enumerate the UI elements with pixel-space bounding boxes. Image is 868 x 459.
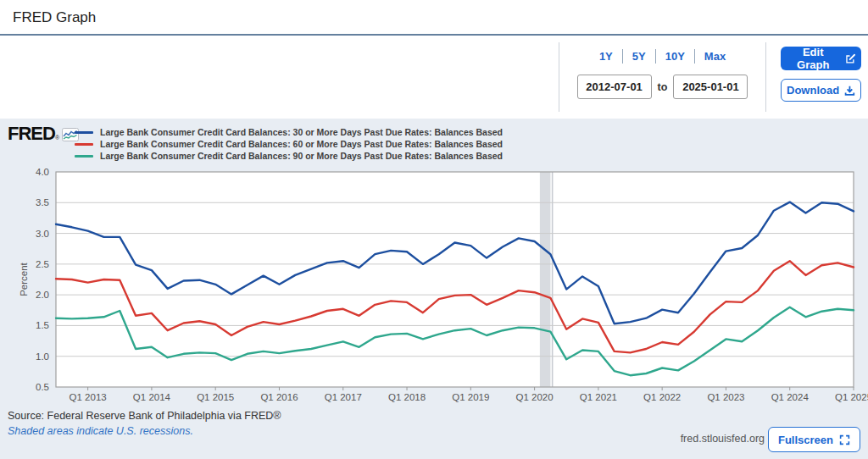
edit-graph-label: Edit Graph [786, 46, 840, 71]
range-10y[interactable]: 10Y [665, 50, 685, 63]
y-tick-label: 4.0 [36, 167, 49, 177]
fred-graph-page: FRED Graph 1Y5Y10YMax to Edit Graph Down… [0, 0, 868, 459]
range-max[interactable]: Max [704, 50, 726, 63]
end-date-input[interactable] [673, 75, 748, 99]
legend-label[interactable]: Large Bank Consumer Credit Card Balances… [100, 127, 503, 137]
range-separator [694, 49, 695, 64]
x-tick-label: Q1 2022 [643, 392, 681, 402]
chart-svg[interactable]: 4.03.53.02.52.01.51.00.5Q1 2013Q1 2014Q1… [0, 161, 868, 408]
x-tick-label: Q1 2018 [388, 392, 426, 402]
legend-swatch [75, 131, 93, 134]
y-tick-label: 1.5 [36, 320, 49, 330]
x-tick-label: Q1 2015 [197, 392, 234, 402]
page-title: FRED Graph [0, 0, 868, 26]
source-note: Source: Federal Reserve Bank of Philadel… [8, 410, 281, 422]
x-tick-label: Q1 2013 [70, 392, 107, 402]
date-to-label: to [658, 81, 668, 93]
graph-buttons: Edit Graph Download [781, 47, 861, 102]
fred-logo-text: FRED [8, 124, 55, 143]
range-5y[interactable]: 5Y [632, 50, 646, 63]
download-icon [844, 85, 855, 97]
range-and-dates: 1Y5Y10YMax to [560, 36, 765, 99]
fullscreen-label: Fullscreen [778, 434, 833, 446]
registered-mark: ® [55, 135, 59, 141]
x-tick-label: Q1 2020 [516, 392, 554, 402]
range-selector: 1Y5Y10YMax [560, 49, 765, 64]
legend-item: Large Bank Consumer Credit Card Balances… [75, 151, 503, 161]
graph-controls: 1Y5Y10YMax to Edit Graph Download [0, 36, 868, 119]
y-tick-label: 2.5 [36, 259, 49, 269]
x-tick-label: Q1 2023 [707, 392, 744, 402]
download-button[interactable]: Download [781, 79, 861, 102]
x-tick-label: Q1 2019 [452, 392, 489, 402]
fullscreen-button[interactable]: Fullscreen [768, 427, 860, 452]
x-tick-label: Q1 2017 [325, 392, 362, 402]
y-tick-label: 2.0 [36, 290, 49, 300]
site-url: fred.stlouisfed.org [681, 433, 765, 445]
legend-label[interactable]: Large Bank Consumer Credit Card Balances… [100, 151, 503, 161]
recession-note-link[interactable]: Shaded areas indicate U.S. recessions. [8, 425, 193, 437]
y-tick-label: 1.0 [36, 351, 49, 362]
range-separator [622, 49, 623, 64]
start-date-input[interactable] [577, 75, 652, 99]
recession-band [540, 172, 551, 387]
legend-item: Large Bank Consumer Credit Card Balances… [75, 127, 503, 137]
range-1y[interactable]: 1Y [599, 50, 613, 63]
divider-right [765, 42, 766, 112]
edit-icon [845, 53, 856, 64]
x-tick-label: Q1 2021 [580, 392, 617, 402]
y-axis-title: Percent [19, 262, 29, 296]
edit-graph-button[interactable]: Edit Graph [781, 47, 861, 70]
fred-logo[interactable]: FRED ® [8, 124, 79, 143]
x-tick-label: Q1 2014 [133, 392, 171, 402]
legend-swatch [75, 143, 93, 146]
y-tick-label: 3.5 [36, 197, 49, 207]
chart-widget: FRED ® Large Bank Consumer Credit Card B… [0, 119, 868, 459]
y-tick-label: 3.0 [36, 229, 49, 239]
legend-label[interactable]: Large Bank Consumer Credit Card Balances… [100, 139, 503, 149]
legend: Large Bank Consumer Credit Card Balances… [75, 127, 503, 161]
fullscreen-icon [839, 434, 850, 445]
legend-swatch [75, 155, 93, 158]
x-tick-label: Q1 2024 [771, 392, 810, 402]
divider-left [559, 42, 559, 112]
x-tick-label: Q1 2025 [835, 392, 868, 402]
range-separator [655, 49, 656, 64]
page-header: FRED Graph [0, 0, 868, 36]
x-tick-label: Q1 2016 [260, 392, 298, 402]
date-range: to [560, 75, 765, 99]
legend-item: Large Bank Consumer Credit Card Balances… [75, 139, 503, 149]
download-label: Download [787, 84, 839, 97]
y-tick-label: 0.5 [36, 382, 49, 392]
